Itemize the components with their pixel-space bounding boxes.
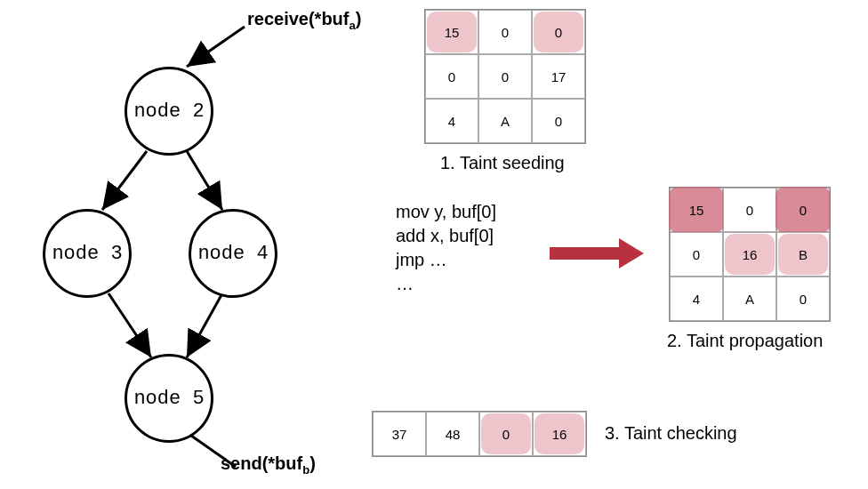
code-l3: jmp … (396, 250, 447, 269)
code-l1: mov y, buf[0] (396, 202, 496, 221)
prop-cell: 4 (670, 277, 723, 321)
prop-cell: 0 (776, 277, 830, 321)
prop-cell: 0 (776, 188, 830, 232)
check-cell: 48 (426, 412, 479, 456)
seed-cell: 0 (532, 99, 585, 143)
prop-cell: 0 (723, 188, 776, 232)
grid-prop: 15 0 0 0 16 B 4 A 0 (669, 187, 831, 322)
code-l2: add x, buf[0] (396, 226, 494, 245)
node-2: node 2 (125, 67, 213, 156)
prop-cell: 15 (670, 188, 723, 232)
send-text: send(*buf (221, 453, 302, 473)
seed-cell: 0 (478, 54, 532, 99)
grid-seed: 15 0 0 0 0 17 4 A 0 (424, 9, 586, 144)
send-close: ) (309, 453, 316, 473)
seed-cell: 0 (425, 54, 478, 99)
svg-line-4 (187, 293, 222, 357)
grid-check: 37 48 0 16 (372, 411, 587, 457)
caption-prop: 2. Taint propagation (667, 331, 823, 351)
node-5: node 5 (125, 354, 213, 443)
send-sub: b (302, 463, 309, 477)
code-block: mov y, buf[0] add x, buf[0] jmp … … (396, 200, 496, 296)
prop-cell: 0 (670, 232, 723, 277)
receive-close: ) (356, 9, 362, 28)
node-4-label: node 4 (197, 243, 268, 265)
code-l4: … (396, 274, 414, 293)
receive-label: receive(*bufa) (247, 9, 361, 32)
caption-seed: 1. Taint seeding (440, 153, 565, 173)
check-cell: 16 (533, 412, 586, 456)
seed-cell: 4 (425, 99, 478, 143)
seed-cell: 0 (532, 10, 585, 54)
svg-line-3 (108, 293, 151, 357)
svg-line-0 (187, 27, 245, 67)
seed-cell: 15 (425, 10, 478, 54)
send-label: send(*bufb) (221, 453, 316, 477)
prop-cell: 16 (723, 232, 776, 277)
check-cell: 37 (373, 412, 426, 456)
seed-cell: 0 (478, 10, 532, 54)
receive-sub: a (350, 19, 356, 32)
node-2-label: node 2 (133, 100, 204, 123)
node-5-label: node 5 (133, 388, 204, 410)
check-cell: 0 (479, 412, 533, 456)
node-3: node 3 (43, 209, 132, 298)
svg-line-2 (187, 151, 222, 210)
prop-cell: B (776, 232, 830, 277)
node-3-label: node 3 (52, 243, 122, 265)
svg-line-1 (102, 151, 147, 210)
receive-text: receive(*buf (247, 9, 350, 28)
seed-cell: A (478, 99, 532, 143)
prop-cell: A (723, 277, 776, 321)
caption-check: 3. Taint checking (605, 423, 737, 444)
node-4: node 4 (189, 209, 277, 298)
propagation-arrow-icon (550, 242, 647, 265)
seed-cell: 17 (532, 54, 585, 99)
